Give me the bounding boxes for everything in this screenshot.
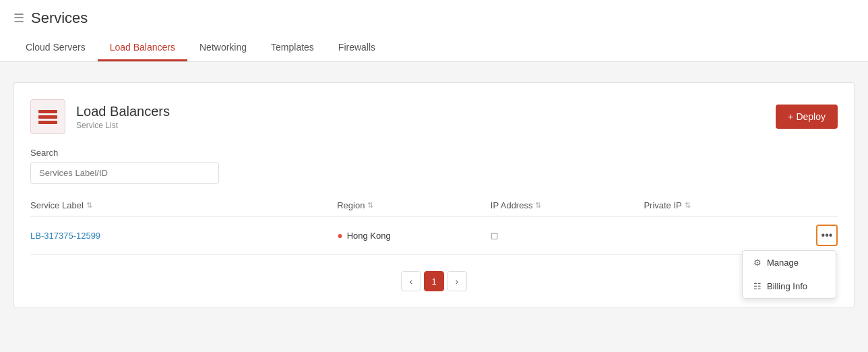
row-region: ● Hong Kong [337,230,491,241]
search-label: Search [30,148,838,158]
col-ip-address: IP Address ⇅ [491,200,644,210]
table-header: Service Label ⇅ Region ⇅ IP Address ⇅ Pr… [30,195,838,216]
gear-icon: ⚙ [753,258,762,268]
dropdown-item-manage[interactable]: ⚙ Manage [743,251,836,274]
main-content: Load Balancers Service List + Deploy Sea… [0,62,868,328]
search-section: Search [30,148,838,184]
col-actions [797,200,838,210]
pagination: ‹ 1 › [30,271,838,291]
tab-firewalls[interactable]: Firewalls [326,35,388,61]
sort-icon-region: ⇅ [367,201,373,210]
prev-page-button[interactable]: ‹ [401,271,421,291]
page-header: ☰ Services [13,0,855,34]
col-service-label: Service Label ⇅ [30,200,337,210]
lb-icon-line-2 [38,115,57,119]
sort-icon-private-ip: ⇅ [685,201,691,210]
region-text: Hong Kong [347,231,391,241]
table-row: LB-317375-12599 ● Hong Kong ◻ ••• ⚙ [30,216,838,255]
nav-tabs: Cloud Servers Load Balancers Networking … [13,35,855,61]
next-page-button[interactable]: › [447,271,467,291]
col-private-ip: Private IP ⇅ [644,200,797,210]
card-header: Load Balancers Service List + Deploy [30,99,838,134]
location-icon: ● [337,230,342,241]
sort-icon-service-label: ⇅ [86,201,92,210]
action-menu-button[interactable]: ••• ⚙ Manage ☷ Billing Info [816,225,838,246]
deploy-button[interactable]: + Deploy [776,105,838,129]
sort-icon-ip: ⇅ [535,201,541,210]
load-balancers-card: Load Balancers Service List + Deploy Sea… [13,82,855,308]
search-input[interactable] [30,162,219,184]
document-icon: ☷ [753,281,762,291]
lb-icon-line-3 [38,121,57,124]
billing-label: Billing Info [767,281,807,291]
lb-icon-box [30,99,65,134]
action-cell: ••• ⚙ Manage ☷ Billing Info [797,225,838,246]
page-title: Services [31,9,88,27]
tab-networking[interactable]: Networking [187,35,259,61]
tab-templates[interactable]: Templates [259,35,326,61]
manage-label: Manage [767,258,799,268]
card-title: Load Balancers Service List [76,104,170,130]
ellipsis-icon: ••• [822,229,833,241]
tab-cloud-servers[interactable]: Cloud Servers [13,35,98,61]
table-container: Service Label ⇅ Region ⇅ IP Address ⇅ Pr… [30,195,838,255]
tab-load-balancers[interactable]: Load Balancers [98,35,187,61]
service-link[interactable]: LB-317375-12599 [30,231,100,241]
col-region: Region ⇅ [337,200,491,210]
page-1-button[interactable]: 1 [424,271,444,291]
row-ip-address: ◻ [491,230,644,241]
services-icon: ☰ [13,11,24,26]
row-service-label: LB-317375-12599 [30,230,337,241]
card-title-area: Load Balancers Service List [30,99,170,134]
dropdown-menu: ⚙ Manage ☷ Billing Info [742,250,836,299]
lb-icon-lines [38,110,57,124]
dropdown-item-billing[interactable]: ☷ Billing Info [743,274,836,298]
lb-icon-line-1 [38,110,57,113]
top-bar: ☰ Services Cloud Servers Load Balancers … [0,0,868,62]
card-title-text: Load Balancers [76,104,170,119]
card-subtitle: Service List [76,121,170,130]
copy-icon[interactable]: ◻ [491,230,499,241]
